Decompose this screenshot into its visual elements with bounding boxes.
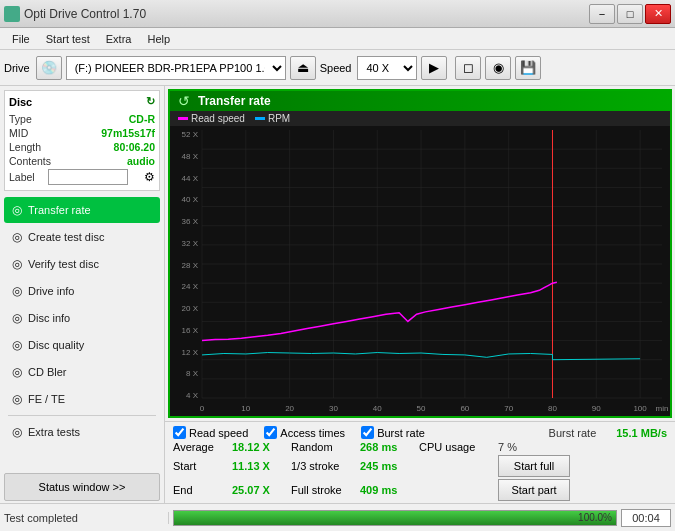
status-text: Test completed [4, 512, 169, 524]
minimize-button[interactable]: − [589, 4, 615, 24]
y-label: 24 X [182, 282, 198, 291]
title-bar-left: Opti Drive Control 1.70 [4, 6, 146, 22]
disc-row-type: Type CD-R [9, 112, 155, 126]
start-full-button[interactable]: Start full [498, 455, 570, 477]
disc-row-mid: MID 97m15s17f [9, 126, 155, 140]
y-label: 28 X [182, 261, 198, 270]
read-speed-dot [178, 117, 188, 120]
label-settings-icon[interactable]: ⚙ [144, 170, 155, 184]
menu-extra[interactable]: Extra [98, 31, 140, 47]
create-test-disc-icon: ◎ [12, 230, 22, 244]
end-value: 25.07 X [232, 484, 287, 496]
speed-set-button[interactable]: ▶ [421, 56, 447, 80]
close-button[interactable]: ✕ [645, 4, 671, 24]
disc-info-icon: ◎ [12, 311, 22, 325]
status-window-button[interactable]: Status window >> [4, 473, 160, 501]
y-label: 12 X [182, 348, 198, 357]
progress-label: 100.0% [578, 511, 612, 525]
disc-quality-icon: ◎ [12, 338, 22, 352]
sidebar-item-create-test-disc[interactable]: ◎ Create test disc [4, 224, 160, 250]
toolbar: Drive 💿 (F:) PIONEER BDR-PR1EPA PP100 1.… [0, 50, 675, 86]
sidebar-item-label: CD Bler [28, 366, 67, 378]
sidebar-item-verify-test-disc[interactable]: ◎ Verify test disc [4, 251, 160, 277]
stats-rows: Average 18.12 X Random 268 ms CPU usage … [169, 441, 671, 501]
sidebar-item-extra-tests[interactable]: ◎ Extra tests [4, 419, 160, 445]
sidebar-item-disc-info[interactable]: ◎ Disc info [4, 305, 160, 331]
y-label: 44 X [182, 174, 198, 183]
end-label: End [173, 484, 228, 496]
transfer-rate-header: ↺ Transfer rate [170, 91, 670, 111]
legend-rpm: RPM [255, 113, 290, 124]
disc-button[interactable]: ◉ [485, 56, 511, 80]
menu-bar: File Start test Extra Help [0, 28, 675, 50]
sidebar-item-label: Transfer rate [28, 204, 91, 216]
average-label: Average [173, 441, 228, 453]
sidebar-item-label: Verify test disc [28, 258, 99, 270]
burst-rate-checkbox[interactable] [361, 426, 374, 439]
burst-rate-label: Burst rate [549, 427, 597, 439]
speed-select[interactable]: 40 X 32 X 24 X 16 X 8 X [357, 56, 417, 80]
sidebar-item-transfer-rate[interactable]: ◎ Transfer rate [4, 197, 160, 223]
save-button[interactable]: 💾 [515, 56, 541, 80]
cpu-label: CPU usage [419, 441, 494, 453]
speed-label: Speed [320, 62, 352, 74]
start-value: 11.13 X [232, 460, 287, 472]
y-label: 20 X [182, 304, 198, 313]
cpu-value: 7 % [498, 441, 538, 453]
stats-row-1: Average 18.12 X Random 268 ms CPU usage … [173, 441, 667, 453]
label-input[interactable] [48, 169, 128, 185]
one-third-stroke-label: 1/3 stroke [291, 460, 356, 472]
sidebar-item-label: Drive info [28, 285, 74, 297]
sidebar-item-label: Create test disc [28, 231, 104, 243]
checkboxes-row: Read speed Access times Burst rate Burst… [169, 424, 671, 441]
legend-read-speed: Read speed [178, 113, 245, 124]
checkbox-access-times[interactable]: Access times [264, 426, 345, 439]
sidebar-item-fe-te[interactable]: ◎ FE / TE [4, 386, 160, 412]
average-value: 18.12 X [232, 441, 287, 453]
disc-refresh-icon[interactable]: ↻ [146, 95, 155, 108]
legend-read-label: Read speed [191, 113, 245, 124]
title-bar-title: Opti Drive Control 1.70 [24, 7, 146, 21]
menu-file[interactable]: File [4, 31, 38, 47]
transfer-rate-icon: ◎ [12, 203, 22, 217]
sidebar-item-disc-quality[interactable]: ◎ Disc quality [4, 332, 160, 358]
menu-help[interactable]: Help [139, 31, 178, 47]
checkbox-read-speed[interactable]: Read speed [173, 426, 248, 439]
cd-bler-icon: ◎ [12, 365, 22, 379]
one-third-stroke-value: 245 ms [360, 460, 415, 472]
sidebar-item-drive-info[interactable]: ◎ Drive info [4, 278, 160, 304]
burst-rate-value: 15.1 MB/s [616, 427, 667, 439]
time-display: 00:04 [621, 509, 671, 527]
sidebar-item-label: Disc info [28, 312, 70, 324]
maximize-button[interactable]: □ [617, 4, 643, 24]
start-part-button[interactable]: Start part [498, 479, 570, 501]
read-speed-checkbox[interactable] [173, 426, 186, 439]
drive-info-icon: ◎ [12, 284, 22, 298]
sidebar-item-label: Disc quality [28, 339, 84, 351]
y-label: 40 X [182, 195, 198, 204]
y-label: 8 X [186, 369, 198, 378]
chart-canvas-container [200, 126, 670, 416]
sidebar-item-label: Extra tests [28, 426, 80, 438]
erase-button[interactable]: ◻ [455, 56, 481, 80]
transfer-rate-title: Transfer rate [198, 94, 271, 108]
full-stroke-label: Full stroke [291, 484, 356, 496]
y-label: 48 X [182, 152, 198, 161]
disc-row-length: Length 80:06.20 [9, 140, 155, 154]
eject-button[interactable]: ⏏ [290, 56, 316, 80]
menu-start-test[interactable]: Start test [38, 31, 98, 47]
sidebar-item-label: FE / TE [28, 393, 65, 405]
start-label: Start [173, 460, 228, 472]
sidebar-item-cd-bler[interactable]: ◎ CD Bler [4, 359, 160, 385]
drive-select[interactable]: (F:) PIONEER BDR-PR1EPA PP100 1.00 [66, 56, 286, 80]
transfer-rate-panel: ↺ Transfer rate Read speed RPM 52 X 48 X [168, 89, 672, 418]
checkbox-burst-rate[interactable]: Burst rate [361, 426, 425, 439]
random-value: 268 ms [360, 441, 415, 453]
main-layout: Disc ↻ Type CD-R MID 97m15s17f Length 80… [0, 86, 675, 503]
drive-icon-btn[interactable]: 💿 [36, 56, 62, 80]
access-times-checkbox[interactable] [264, 426, 277, 439]
extra-tests-icon: ◎ [12, 425, 22, 439]
drive-label: Drive [4, 62, 30, 74]
transfer-rate-reload-icon[interactable]: ↺ [178, 93, 190, 109]
content-area: ↺ Transfer rate Read speed RPM 52 X 48 X [165, 86, 675, 503]
